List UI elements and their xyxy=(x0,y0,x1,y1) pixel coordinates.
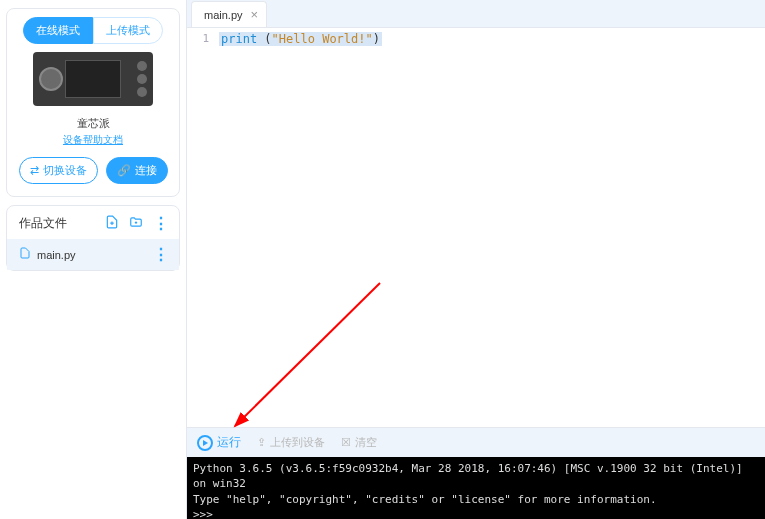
switch-device-label: 切换设备 xyxy=(43,163,87,178)
run-button[interactable]: 运行 xyxy=(197,434,241,451)
switch-icon: ⇄ xyxy=(30,164,39,177)
file-name-label: main.py xyxy=(37,249,76,261)
files-heading: 作品文件 xyxy=(19,215,67,232)
terminal-output[interactable]: Python 3.6.5 (v3.6.5:f59c0932b4, Mar 28 … xyxy=(187,457,765,519)
run-label: 运行 xyxy=(217,434,241,451)
editor-tabbar: main.py × xyxy=(187,0,765,28)
device-image xyxy=(15,52,171,106)
link-icon: 🔗 xyxy=(117,164,131,177)
device-help-link[interactable]: 设备帮助文档 xyxy=(15,133,171,147)
upload-label: 上传到设备 xyxy=(270,435,325,450)
add-folder-icon[interactable] xyxy=(129,215,143,232)
line-gutter: 1 xyxy=(187,28,215,427)
mode-tab-upload[interactable]: 上传模式 xyxy=(93,17,163,44)
python-file-icon xyxy=(19,247,31,262)
connect-label: 连接 xyxy=(135,163,157,178)
add-file-icon[interactable] xyxy=(105,215,119,232)
close-icon[interactable]: × xyxy=(251,7,259,22)
code-line: print ("Hello World!") xyxy=(219,32,382,46)
device-panel: 在线模式 上传模式 童芯派 设备帮助文档 ⇄ 切换设备 🔗 连接 xyxy=(6,8,180,197)
upload-to-device-button[interactable]: ⇪ 上传到设备 xyxy=(257,435,325,450)
clear-icon: ☒ xyxy=(341,436,351,449)
mode-tabs: 在线模式 上传模式 xyxy=(15,17,171,44)
play-icon xyxy=(197,435,213,451)
editor-tab[interactable]: main.py × xyxy=(191,1,267,27)
tab-label: main.py xyxy=(204,9,243,21)
connect-button[interactable]: 🔗 连接 xyxy=(106,157,168,184)
upload-icon: ⇪ xyxy=(257,436,266,449)
action-bar: 运行 ⇪ 上传到设备 ☒ 清空 xyxy=(187,427,765,457)
file-row[interactable]: main.py ⋮ xyxy=(7,239,179,270)
clear-label: 清空 xyxy=(355,435,377,450)
file-more-icon[interactable]: ⋮ xyxy=(153,245,169,264)
code-editor[interactable]: 1 print ("Hello World!") xyxy=(187,28,765,427)
mode-tab-online[interactable]: 在线模式 xyxy=(23,17,93,44)
files-panel: 作品文件 ⋮ main.py ⋮ xyxy=(6,205,180,271)
files-more-icon[interactable]: ⋮ xyxy=(153,214,169,233)
device-name-label: 童芯派 xyxy=(15,116,171,131)
switch-device-button[interactable]: ⇄ 切换设备 xyxy=(19,157,98,184)
clear-button[interactable]: ☒ 清空 xyxy=(341,435,377,450)
